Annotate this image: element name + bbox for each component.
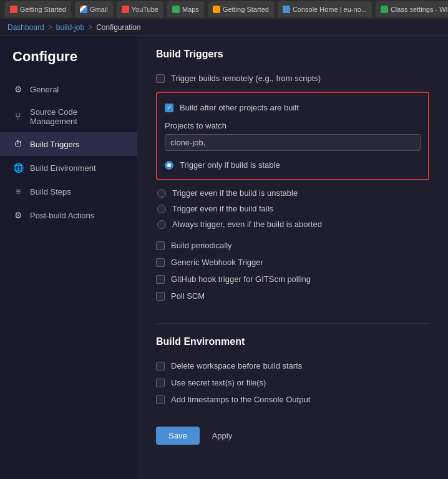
gear-icon-post: ⚙ <box>12 210 24 221</box>
radio-btn-fails[interactable] <box>157 205 166 213</box>
label-trigger-remotely: Trigger builds remotely (e.g., from scri… <box>171 74 321 83</box>
checkbox-poll-scm[interactable] <box>156 292 165 301</box>
sidebar: Configure ⚙ General ⑂ Source Code Manage… <box>0 36 137 479</box>
breadcrumb-sep-1: > <box>48 23 52 32</box>
tab-label-console: Console Home | eu-no... <box>293 6 367 13</box>
bottom-action-bar: Save Apply <box>156 420 429 451</box>
option-generic-webhook: Generic Webhook Trigger <box>156 254 429 271</box>
label-generic-webhook: Generic Webhook Trigger <box>171 258 263 267</box>
favicon-getting-started-2 <box>213 6 220 13</box>
branch-icon: ⑂ <box>12 111 24 122</box>
option-build-after: Build after other projects are built <box>165 99 421 116</box>
sidebar-label-general: General <box>30 85 59 94</box>
highlight-box-build-after: Build after other projects are built Pro… <box>156 92 429 180</box>
main-layout: Configure ⚙ General ⑂ Source Code Manage… <box>0 36 448 479</box>
projects-to-watch-label: Projects to watch <box>165 121 421 130</box>
build-triggers-title: Build Triggers <box>156 49 429 60</box>
radio-btn-unstable[interactable] <box>157 189 166 198</box>
label-timestamps: Add timestamps to the Console Output <box>171 395 310 404</box>
favicon-youtube <box>122 6 129 13</box>
label-build-after: Build after other projects are built <box>180 103 299 112</box>
label-build-periodically: Build periodically <box>171 241 232 250</box>
sidebar-item-general[interactable]: ⚙ General <box>0 77 137 101</box>
favicon-maps <box>172 6 180 13</box>
sidebar-item-build-triggers[interactable]: ⏱ Build Triggers <box>0 132 137 156</box>
build-triggers-section: Build Triggers Trigger builds remotely (… <box>156 49 429 304</box>
list-icon: ≡ <box>12 186 24 197</box>
tab-getting-started-1[interactable]: Getting Started <box>5 1 71 17</box>
tab-console[interactable]: Console Home | eu-no... <box>278 1 372 17</box>
tab-label-gmail: Gmail <box>90 6 108 13</box>
radio-trigger-unstable: Trigger even if the build is unstable <box>156 185 429 201</box>
checkbox-timestamps[interactable] <box>156 395 165 404</box>
label-trigger-fails: Trigger even if the build fails <box>172 204 273 213</box>
breadcrumb-job[interactable]: build-job <box>56 23 84 32</box>
save-button[interactable]: Save <box>156 427 200 445</box>
option-timestamps: Add timestamps to the Console Output <box>156 391 429 408</box>
label-trigger-stable: Trigger only if build is stable <box>180 160 280 170</box>
tab-wise[interactable]: Class settings - WISE <box>376 1 448 17</box>
option-secret-text: Use secret text(s) or file(s) <box>156 374 429 391</box>
option-github-hook: GitHub hook trigger for GITScm polling <box>156 271 429 288</box>
favicon-console <box>283 6 290 13</box>
tab-label-getting-started-1: Getting Started <box>20 6 66 13</box>
sidebar-title: Configure <box>0 49 137 77</box>
tab-gmail[interactable]: Gmail <box>75 1 113 17</box>
radio-btn-aborted[interactable] <box>157 220 166 229</box>
breadcrumb-dashboard[interactable]: Dashboard <box>7 23 44 32</box>
checkbox-github-hook[interactable] <box>156 275 165 284</box>
section-divider <box>156 323 429 324</box>
projects-to-watch-input[interactable] <box>165 134 421 151</box>
checkbox-delete-workspace[interactable] <box>156 362 165 370</box>
tab-maps[interactable]: Maps <box>167 1 204 17</box>
breadcrumb-bar: Dashboard > build-job > Configuration <box>0 19 448 36</box>
sidebar-item-source-code[interactable]: ⑂ Source Code Management <box>0 101 137 132</box>
checkbox-build-periodically[interactable] <box>156 241 165 250</box>
breadcrumb-current: Configuration <box>96 23 140 32</box>
label-trigger-aborted: Always trigger, even if the build is abo… <box>172 220 322 229</box>
sidebar-label-post-build: Post-build Actions <box>30 211 94 220</box>
sidebar-label-build-steps: Build Steps <box>30 187 71 196</box>
favicon-wise <box>381 6 388 13</box>
build-environment-section: Build Environment Delete workspace befor… <box>156 336 429 408</box>
content-area: Build Triggers Trigger builds remotely (… <box>137 36 448 479</box>
label-trigger-unstable: Trigger even if the build is unstable <box>172 188 298 198</box>
checkbox-generic-webhook[interactable] <box>156 258 165 267</box>
checkbox-trigger-remotely[interactable] <box>156 74 165 83</box>
tab-label-maps: Maps <box>182 6 199 13</box>
label-secret-text: Use secret text(s) or file(s) <box>171 378 266 387</box>
sidebar-label-source-code: Source Code Management <box>30 107 125 126</box>
option-trigger-remotely: Trigger builds remotely (e.g., from scri… <box>156 70 429 87</box>
option-poll-scm: Poll SCM <box>156 288 429 304</box>
breadcrumb-sep-2: > <box>88 23 92 32</box>
sidebar-label-build-triggers: Build Triggers <box>30 140 79 149</box>
apply-button[interactable]: Apply <box>206 427 239 445</box>
favicon-getting-started-1 <box>10 6 17 13</box>
build-environment-title: Build Environment <box>156 336 429 347</box>
checkbox-secret-text[interactable] <box>156 379 165 387</box>
tab-youtube[interactable]: YouTube <box>117 1 163 17</box>
tab-getting-started-2[interactable]: Getting Started <box>208 1 274 17</box>
sidebar-label-build-environment: Build Environment <box>30 163 96 173</box>
tab-label-getting-started-2: Getting Started <box>223 6 269 13</box>
tab-label-wise: Class settings - WISE <box>391 6 448 13</box>
checkbox-build-after[interactable] <box>165 104 173 112</box>
favicon-gmail <box>80 6 87 13</box>
option-delete-workspace: Delete workspace before build starts <box>156 357 429 374</box>
browser-tab-bar: Getting Started Gmail YouTube Maps Getti… <box>0 0 448 19</box>
label-poll-scm: Poll SCM <box>171 291 205 301</box>
radio-trigger-aborted: Always trigger, even if the build is abo… <box>156 216 429 232</box>
label-github-hook: GitHub hook trigger for GITScm polling <box>171 274 311 284</box>
sidebar-item-build-steps[interactable]: ≡ Build Steps <box>0 180 137 203</box>
label-delete-workspace: Delete workspace before build starts <box>171 361 302 370</box>
radio-btn-stable[interactable] <box>165 161 173 170</box>
option-build-periodically: Build periodically <box>156 237 429 254</box>
clock-icon: ⏱ <box>12 138 24 150</box>
radio-trigger-stable: Trigger only if build is stable <box>165 157 421 173</box>
sidebar-item-build-environment[interactable]: 🌐 Build Environment <box>0 156 137 180</box>
gear-icon-general: ⚙ <box>12 84 24 95</box>
radio-trigger-fails: Trigger even if the build fails <box>156 201 429 216</box>
sidebar-item-post-build[interactable]: ⚙ Post-build Actions <box>0 203 137 227</box>
tab-label-youtube: YouTube <box>132 6 158 13</box>
globe-icon: 🌐 <box>12 162 24 173</box>
